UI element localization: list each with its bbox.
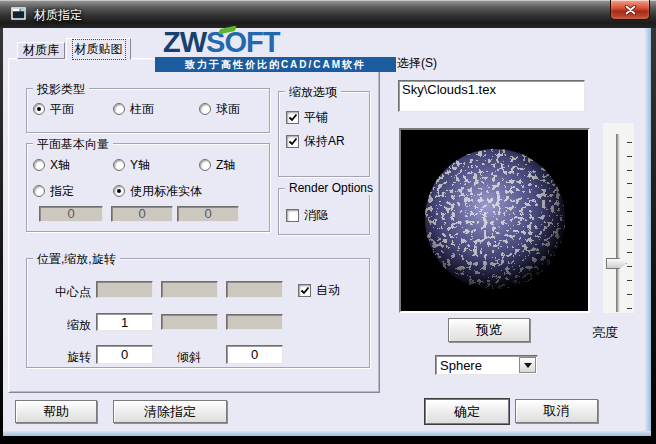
window-edge-bottom: [3, 431, 651, 436]
group-title: Render Options: [285, 181, 377, 195]
close-button[interactable]: [610, 0, 650, 20]
chevron-down-icon: [524, 363, 532, 372]
radio-icon: [113, 185, 125, 197]
tab-label: 材质库: [23, 42, 59, 59]
window-icon: [11, 7, 27, 21]
checkbox-hidden-line[interactable]: 消隐: [286, 207, 328, 224]
center-y-field: [161, 281, 218, 298]
brightness-label: 亮度: [592, 324, 618, 342]
checkbox-icon: [298, 284, 311, 297]
shape-select[interactable]: Sphere: [435, 355, 538, 375]
dialog-client-area: 材质库 材质贴图 ZWSOFT 致力于高性价比的CAD/CAM软件 投影类型 平…: [3, 28, 645, 431]
brand-tagline: 致力于高性价比的CAD/CAM软件: [155, 57, 396, 72]
scale-z-field: [226, 314, 283, 330]
group-title: 投影类型: [33, 81, 89, 98]
clear-assignment-button[interactable]: 清除指定: [113, 400, 227, 423]
texture-preview: [399, 128, 590, 313]
window-edge-right: [645, 28, 651, 431]
logo-soft-text: SOFT: [206, 26, 279, 58]
title-bar[interactable]: 材质指定: [0, 0, 656, 28]
center-z-field: [226, 281, 283, 298]
slider-thumb[interactable]: [606, 258, 627, 269]
radio-icon: [33, 159, 45, 171]
cancel-button[interactable]: 取消: [515, 399, 598, 423]
scale-y-field: [161, 314, 218, 330]
checkbox-tile[interactable]: 平铺: [286, 109, 328, 126]
radio-sphere[interactable]: 球面: [199, 101, 240, 118]
scale-input[interactable]: [96, 313, 153, 331]
radio-icon: [33, 103, 45, 115]
group-plane-vector: 平面基本向量 X轴 Y轴 Z轴 指定 使用标准实体 0 0 0: [26, 143, 270, 232]
tilt-input[interactable]: [226, 345, 283, 364]
select-label: 选择(S): [397, 55, 437, 72]
logo-zw-text: ZW: [163, 26, 206, 58]
tab-material-map[interactable]: 材质贴图: [66, 38, 131, 60]
tilt-label: 倾斜: [177, 349, 201, 366]
radio-cylinder[interactable]: 柱面: [113, 101, 154, 118]
center-x-field: [96, 281, 153, 298]
slider-ticks: [627, 142, 632, 309]
group-title: 位置,缩放,旋转: [33, 251, 120, 268]
checkbox-keep-ar[interactable]: 保持AR: [286, 133, 345, 150]
material-assign-dialog: 材质指定 材质库 材质贴图 ZWSOFT 致力于高性价比的CAD/CAM软件 投…: [0, 0, 656, 444]
rotate-label: 旋转: [67, 349, 91, 366]
zwsoft-logo: ZWSOFT: [163, 26, 383, 58]
vector-z-field: 0: [177, 206, 239, 222]
radio-y-axis[interactable]: Y轴: [113, 157, 150, 174]
tab-label: 材质贴图: [72, 39, 126, 60]
radio-specify[interactable]: 指定: [33, 183, 74, 200]
checkbox-icon: [286, 209, 299, 222]
radio-use-standard-entity[interactable]: 使用标准实体: [113, 183, 202, 200]
window-title: 材质指定: [34, 7, 82, 24]
radio-icon: [199, 103, 211, 115]
group-title: 缩放选项: [285, 84, 341, 101]
ok-button[interactable]: 确定: [425, 399, 509, 424]
preview-sphere-image: [401, 130, 588, 311]
texture-filename-field[interactable]: Sky\Clouds1.tex: [398, 80, 585, 112]
help-button[interactable]: 帮助: [15, 400, 97, 423]
group-position-scale-rotate: 位置,缩放,旋转 中心点 自动 缩放 旋转 倾斜: [26, 258, 370, 368]
group-scale-options: 缩放选项 平铺 保持AR: [278, 91, 370, 177]
radio-icon: [33, 185, 45, 197]
radio-icon: [113, 159, 125, 171]
scale-label: 缩放: [67, 317, 91, 334]
radio-plane[interactable]: 平面: [33, 101, 74, 118]
shape-select-value: Sphere: [440, 358, 482, 373]
vector-x-field: 0: [39, 206, 103, 222]
dropdown-button[interactable]: [519, 357, 536, 373]
radio-x-axis[interactable]: X轴: [33, 157, 70, 174]
radio-icon: [113, 103, 125, 115]
group-title: 平面基本向量: [33, 136, 113, 153]
tab-material-library[interactable]: 材质库: [17, 42, 65, 59]
group-render-options: Render Options 消隐: [278, 188, 370, 235]
checkbox-icon: [286, 135, 299, 148]
close-icon: [624, 5, 637, 15]
center-point-label: 中心点: [55, 284, 91, 301]
vector-y-field: 0: [111, 206, 173, 222]
slider-track[interactable]: [616, 134, 620, 312]
brightness-slider: [603, 123, 634, 313]
checkbox-auto[interactable]: 自动: [298, 282, 340, 299]
preview-button[interactable]: 预览: [448, 318, 530, 342]
radio-icon: [199, 159, 211, 171]
radio-z-axis[interactable]: Z轴: [199, 157, 235, 174]
checkbox-icon: [286, 111, 299, 124]
rotate-input[interactable]: [96, 345, 153, 364]
group-projection-type: 投影类型 平面 柱面 球面: [26, 88, 270, 133]
